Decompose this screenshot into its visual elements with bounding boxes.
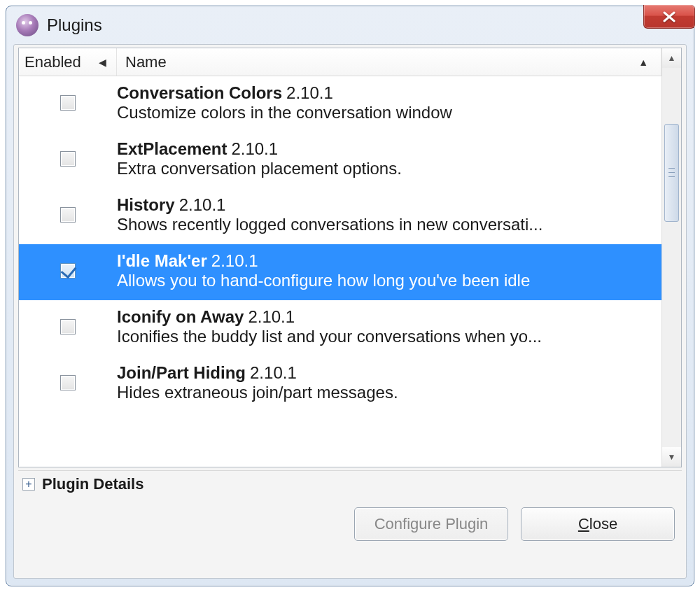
configure-plugin-button[interactable]: Configure Plugin (354, 507, 508, 541)
plugin-enabled-checkbox[interactable] (60, 263, 76, 279)
plugin-enabled-checkbox[interactable] (60, 95, 76, 111)
plugin-enabled-checkbox[interactable] (60, 319, 76, 334)
plugin-version: 2.10.1 (286, 83, 333, 102)
plugin-name: History (117, 195, 175, 214)
plugin-enabled-checkbox[interactable] (60, 375, 76, 390)
plugin-list: Enabled ◀ Name ▲ Conversation Colors2.10… (18, 48, 682, 467)
chevron-down-icon: ▼ (668, 452, 676, 462)
list-header: Enabled ◀ Name ▲ (19, 48, 662, 76)
plugin-version: 2.10.1 (211, 251, 258, 270)
column-header-name[interactable]: Name ▲ (117, 48, 662, 76)
plugin-version: 2.10.1 (250, 363, 297, 382)
plugin-version: 2.10.1 (231, 139, 278, 158)
plugin-enabled-checkbox[interactable] (60, 207, 76, 223)
configure-plugin-label: Configure Plugin (374, 515, 489, 533)
plugin-description: Shows recently logged conversations in n… (117, 215, 653, 234)
plugin-description: Customize colors in the conversation win… (117, 103, 653, 122)
title-bar: Plugins (6, 6, 694, 44)
chevron-up-icon: ▲ (668, 53, 676, 63)
scroll-down-button[interactable]: ▼ (662, 447, 681, 467)
plugin-description: Iconifies the buddy list and your conver… (117, 327, 653, 346)
plugin-description: Hides extraneous join/part messages. (117, 383, 653, 402)
sort-left-icon: ◀ (99, 57, 111, 68)
column-header-name-label: Name (125, 53, 167, 71)
plugin-name: ExtPlacement (117, 139, 227, 158)
button-row: Configure Plugin Close (18, 496, 682, 541)
vertical-scrollbar[interactable]: ▲ ▼ (662, 48, 681, 467)
column-header-enabled-label: Enabled (24, 53, 81, 71)
plugin-name: Conversation Colors (117, 83, 282, 102)
scroll-thumb[interactable] (664, 124, 679, 222)
plus-icon (22, 478, 35, 491)
window-title: Plugins (47, 15, 102, 35)
close-icon (661, 11, 678, 22)
client-area: Enabled ◀ Name ▲ Conversation Colors2.10… (13, 44, 687, 579)
plugin-row[interactable]: ExtPlacement2.10.1Extra conversation pla… (19, 132, 662, 188)
app-icon (16, 14, 38, 36)
plugin-row[interactable]: History2.10.1Shows recently logged conve… (19, 188, 662, 244)
scroll-track[interactable] (662, 68, 681, 447)
plugins-window: Plugins Enabled ◀ Name ▲ (6, 6, 694, 586)
plugin-version: 2.10.1 (248, 307, 295, 326)
window-close-button[interactable] (643, 5, 695, 29)
scroll-up-button[interactable]: ▲ (662, 48, 681, 68)
plugin-row[interactable]: I'dle Mak'er2.10.1Allows you to hand-con… (19, 244, 662, 300)
plugin-enabled-checkbox[interactable] (60, 151, 76, 167)
plugin-name: I'dle Mak'er (117, 251, 207, 270)
column-header-enabled[interactable]: Enabled ◀ (19, 48, 117, 76)
plugin-row[interactable]: Conversation Colors2.10.1Customize color… (19, 76, 662, 132)
plugin-row[interactable]: Iconify on Away2.10.1Iconifies the buddy… (19, 300, 662, 356)
sort-asc-icon: ▲ (638, 57, 652, 68)
list-body: Conversation Colors2.10.1Customize color… (19, 76, 662, 467)
close-button[interactable]: Close (521, 507, 675, 541)
plugin-description: Extra conversation placement options. (117, 159, 653, 178)
plugin-name: Iconify on Away (117, 307, 244, 326)
plugin-details-label: Plugin Details (42, 475, 144, 493)
plugin-name: Join/Part Hiding (117, 363, 246, 382)
plugin-row[interactable]: Join/Part Hiding2.10.1Hides extraneous j… (19, 356, 662, 412)
plugin-details-expander[interactable]: Plugin Details (18, 470, 682, 496)
plugin-version: 2.10.1 (179, 195, 226, 214)
plugin-description: Allows you to hand-configure how long yo… (117, 271, 653, 290)
close-button-label: Close (578, 515, 617, 533)
